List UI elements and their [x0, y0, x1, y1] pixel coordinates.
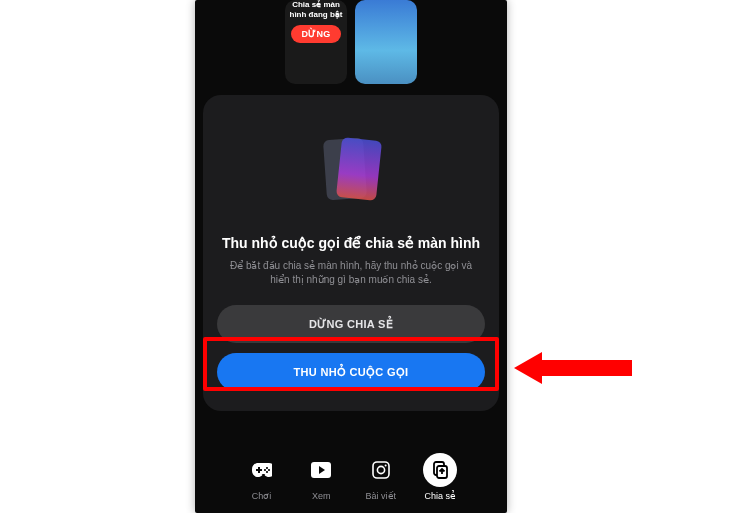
nav-item-posts[interactable]: Bài viết [364, 453, 398, 501]
nav-label: Chơi [252, 491, 272, 501]
bottom-nav: Chơi Xem Bài viết Chia sẻ [195, 453, 507, 501]
camera-thumbnail[interactable] [355, 0, 417, 84]
minimize-illustration [321, 129, 381, 211]
instagram-icon [364, 453, 398, 487]
nav-item-share[interactable]: Chia sẻ [423, 453, 457, 501]
stop-sharing-button[interactable]: DỪNG CHIA SẺ [217, 305, 485, 343]
screen-share-status-text: Chia sẻ màn hình đang bật [285, 0, 347, 19]
nav-item-watch[interactable]: Xem [304, 453, 338, 501]
nav-label: Xem [312, 491, 331, 501]
play-icon [304, 453, 338, 487]
svg-point-2 [377, 466, 384, 473]
annotation-arrow [514, 348, 634, 392]
nav-label: Bài viết [366, 491, 397, 501]
stop-share-pill[interactable]: DỪNG [291, 25, 340, 43]
share-screen-icon [423, 453, 457, 487]
share-sheet: Thu nhỏ cuộc gọi để chia sẻ màn hình Để … [203, 95, 499, 411]
sheet-title: Thu nhỏ cuộc gọi để chia sẻ màn hình [222, 235, 480, 251]
sheet-subtitle: Để bắt đầu chia sẻ màn hình, hãy thu nhỏ… [217, 259, 485, 287]
nav-label: Chia sẻ [425, 491, 457, 501]
svg-rect-1 [373, 462, 389, 478]
svg-marker-6 [514, 352, 632, 384]
phone-screen: Chia sẻ màn hình đang bật DỪNG Thu nhỏ c… [195, 0, 507, 513]
minimize-call-button[interactable]: THU NHỎ CUỘC GỌI [217, 353, 485, 391]
screen-share-thumbnail[interactable]: Chia sẻ màn hình đang bật DỪNG [285, 0, 347, 84]
nav-item-play[interactable]: Chơi [245, 453, 279, 501]
call-thumbnails: Chia sẻ màn hình đang bật DỪNG [285, 0, 417, 84]
svg-point-3 [384, 464, 386, 466]
controller-icon [245, 453, 279, 487]
